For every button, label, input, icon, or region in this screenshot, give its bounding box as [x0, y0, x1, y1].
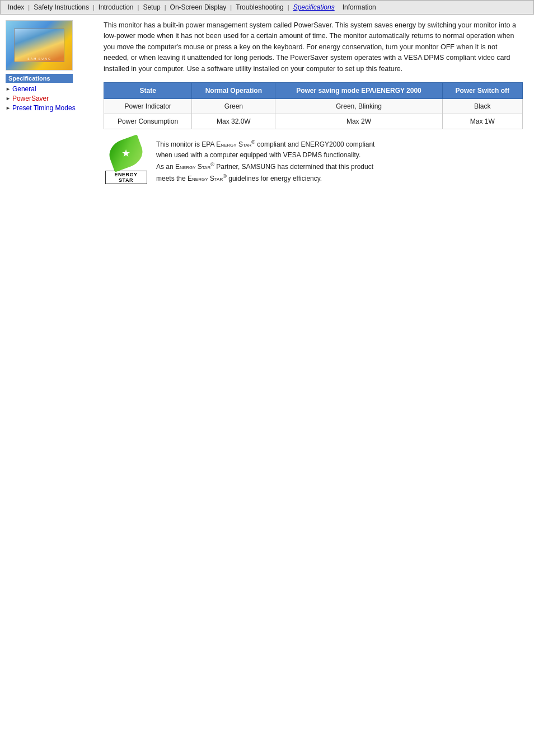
arrow-icon-preset: ►	[6, 105, 11, 111]
nav-index[interactable]: Index	[4, 2, 28, 12]
energy-text-line1: This monitor is EPA Energy Star® complia…	[156, 138, 374, 150]
energy-text-line3: As an Energy Star® Partner, SAMSUNG has …	[156, 161, 374, 172]
nav-intro[interactable]: Introduction	[95, 2, 138, 12]
table-header-off: Power Switch off	[442, 82, 522, 98]
table-header-normal: Normal Operation	[192, 82, 275, 98]
sidebar-section-label: Specifications	[6, 74, 73, 83]
sidebar: Specifications ► General ► PowerSaver ► …	[6, 20, 98, 185]
cell-consumption-label: Power Consumption	[104, 114, 192, 129]
energy-leaf-icon	[105, 135, 146, 173]
sidebar-link-general[interactable]: General	[12, 85, 36, 93]
registered-mark-3: ®	[223, 173, 227, 179]
nav-troubleshoot[interactable]: Troubleshooting	[232, 2, 288, 12]
energy-text-line4: meets the Energy Star® guidelines for en…	[156, 172, 374, 184]
energy-star-brand-3: Energy Star	[188, 175, 223, 182]
cell-indicator-label: Power Indicator	[104, 98, 192, 114]
sidebar-item-preset[interactable]: ► Preset Timing Modes	[6, 104, 98, 112]
table-header-saving: Power saving mode EPA/ENERGY 2000	[275, 82, 442, 98]
sidebar-link-powersaver[interactable]: PowerSaver	[12, 95, 49, 102]
power-table: State Normal Operation Power saving mode…	[104, 82, 523, 129]
registered-mark-1: ®	[251, 139, 255, 145]
monitor-image	[14, 29, 64, 62]
registered-mark-2: ®	[210, 162, 214, 167]
cell-indicator-normal: Green	[192, 98, 275, 114]
energy-star-text-block: This monitor is EPA Energy Star® complia…	[156, 138, 374, 185]
energy-star-brand-1: Energy Star	[216, 140, 251, 148]
nav-osd[interactable]: On-Screen Display	[166, 2, 231, 12]
cell-consumption-off: Max 1W	[442, 114, 522, 129]
energy-star-section: ENERGY STAR This monitor is EPA Energy S…	[104, 138, 523, 185]
nav-safety[interactable]: Safety Instructions	[30, 2, 93, 12]
energy-star-graphic	[106, 138, 146, 169]
energy-star-label: ENERGY STAR	[105, 171, 147, 184]
navbar: Index | Safety Instructions | Introducti…	[0, 0, 534, 15]
nav-setup[interactable]: Setup	[139, 2, 164, 12]
nav-specs[interactable]: Specifications	[289, 2, 339, 12]
table-row: Power Indicator Green Green, Blinking Bl…	[104, 98, 523, 114]
cell-consumption-normal: Max 32.0W	[192, 114, 275, 129]
sidebar-item-powersaver[interactable]: ► PowerSaver	[6, 95, 98, 102]
cell-indicator-off: Black	[442, 98, 522, 114]
cell-consumption-saving: Max 2W	[275, 114, 442, 129]
table-row: Power Consumption Max 32.0W Max 2W Max 1…	[104, 114, 523, 129]
energy-text-line2: when used with a computer equipped with …	[156, 150, 374, 161]
energy-star-brand-2: Energy Star	[175, 163, 210, 171]
arrow-icon-general: ►	[6, 86, 11, 92]
sidebar-logo	[6, 20, 73, 71]
sidebar-link-preset[interactable]: Preset Timing Modes	[12, 104, 76, 112]
intro-paragraph: This monitor has a built-in power manage…	[104, 20, 523, 74]
nav-info[interactable]: Information	[339, 2, 380, 12]
energy-star-logo: ENERGY STAR	[104, 138, 148, 184]
content-area: This monitor has a built-in power manage…	[98, 20, 528, 185]
table-header-state: State	[104, 82, 192, 98]
main-layout: Specifications ► General ► PowerSaver ► …	[0, 15, 534, 190]
arrow-icon-powersaver: ►	[6, 96, 11, 101]
cell-indicator-saving: Green, Blinking	[275, 98, 442, 114]
sidebar-item-general[interactable]: ► General	[6, 85, 98, 93]
